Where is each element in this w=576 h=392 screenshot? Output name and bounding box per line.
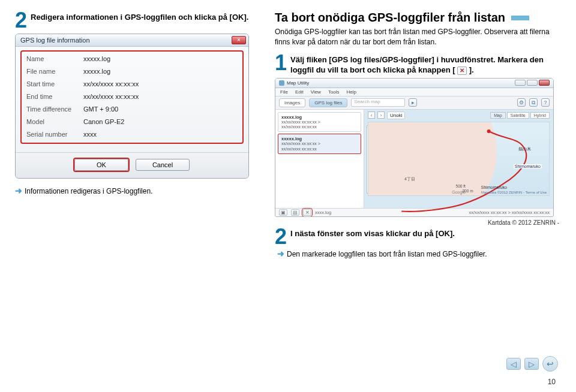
gps-log-file-info-dialog: GPS log file information × Name xxxxx.lo… bbox=[15, 34, 249, 179]
status-btn-2[interactable]: ▤ bbox=[291, 209, 299, 216]
tab-gps-log-files[interactable]: GPS log files bbox=[309, 98, 347, 107]
step-1-number: 1 bbox=[275, 53, 287, 73]
highlighted-fields-group: Name xxxxx.log File name xxxxx.log Start… bbox=[20, 50, 244, 144]
pdf-nav-icons: ◁ ▷ ↩ bbox=[506, 356, 558, 372]
delete-icon: ✕ bbox=[457, 67, 467, 75]
name-value: xxxxx.log bbox=[83, 55, 238, 62]
scale-ft: 500 ft bbox=[456, 184, 466, 188]
section-heading: Ta bort onödiga GPS-loggfiler från lista… bbox=[275, 11, 505, 25]
scale-m: 200 m bbox=[463, 189, 473, 193]
place-label-shimomaruko-2: Shimomaruko bbox=[481, 185, 507, 189]
log-item-1-line1: xx/xx/xxxx xx:xx:xx > bbox=[281, 120, 358, 125]
dialog-titlebar: GPS log file information × bbox=[16, 34, 248, 47]
location-label: Unoki bbox=[387, 111, 405, 119]
filename-label: File name bbox=[26, 68, 83, 75]
place-label-shimomaruko: Shimomaruko bbox=[514, 164, 542, 168]
maptype-satellite[interactable]: Satellite bbox=[507, 112, 529, 119]
step-2-number: 2 bbox=[15, 11, 27, 30]
maximize-icon[interactable] bbox=[527, 80, 538, 86]
start-time-value: xx/xx/xxxx xx:xx:xx bbox=[83, 80, 238, 88]
left-note-text: Informationen redigeras i GPS-loggfilen. bbox=[25, 187, 152, 195]
cancel-button[interactable]: Cancel bbox=[136, 159, 190, 171]
log-file-list: xxxxx.log xx/xx/xxxx xx:xx:xx > xx/xx/xx… bbox=[275, 110, 364, 208]
toolbar-button-1[interactable]: ⚙ bbox=[517, 98, 526, 107]
place-label-47: 4丁目 bbox=[404, 176, 415, 182]
name-label: Name bbox=[26, 55, 83, 62]
nav-right-icon[interactable]: › bbox=[377, 111, 385, 119]
menu-help[interactable]: Help bbox=[347, 89, 356, 95]
start-time-label: Start time bbox=[26, 80, 83, 88]
time-diff-value: GMT + 9:00 bbox=[83, 105, 238, 113]
toolbar-help-button[interactable]: ? bbox=[541, 98, 550, 107]
svg-point-0 bbox=[487, 129, 491, 133]
prev-page-icon[interactable]: ◁ bbox=[506, 358, 521, 370]
tab-images[interactable]: Images bbox=[279, 98, 305, 107]
log-item-1-name: xxxxx.log bbox=[281, 114, 358, 120]
page-number: 10 bbox=[548, 378, 556, 386]
log-item-2-selected[interactable]: xxxxx.log xx/xx/xxxx xx:xx:xx > xx/xx/xx… bbox=[278, 134, 361, 154]
mu-toolbar: Images GPS log files Search map ▸ ⚙ ⧉ ? bbox=[275, 97, 553, 110]
step-2-text: Redigera informationen i GPS-loggfilen o… bbox=[31, 11, 248, 23]
mu-app-icon bbox=[279, 80, 284, 86]
log-item-2-name: xxxxx.log bbox=[281, 136, 358, 141]
search-go-button[interactable]: ▸ bbox=[409, 98, 417, 107]
menu-tools[interactable]: Tools bbox=[328, 89, 340, 95]
model-value: Canon GP-E2 bbox=[83, 118, 238, 125]
toolbar-button-2[interactable]: ⧉ bbox=[529, 98, 538, 107]
log-item-2-line1: xx/xx/xxxx xx:xx:xx > bbox=[281, 141, 358, 146]
map-canvas[interactable]: 鵜の木 Shimomaruko 4丁目 Shimomaruko Google 5… bbox=[368, 122, 550, 196]
gps-route-line bbox=[368, 122, 549, 217]
menu-view[interactable]: View bbox=[311, 89, 321, 95]
step-1-text-a: Välj fliken [GPS log files/GPS-loggfiler… bbox=[290, 55, 544, 75]
right-note2-text: Den markerade loggfilen tas bort från li… bbox=[287, 250, 487, 258]
intro-text: Onödiga GPS-loggfiler kan tas bort från … bbox=[275, 27, 559, 47]
search-input[interactable]: Search map bbox=[351, 98, 405, 107]
menu-file[interactable]: File bbox=[280, 89, 288, 95]
menu-edit[interactable]: Edit bbox=[295, 89, 304, 95]
close-icon[interactable]: × bbox=[232, 36, 246, 44]
return-icon[interactable]: ↩ bbox=[542, 356, 558, 372]
end-time-label: End time bbox=[26, 93, 83, 100]
map-pane[interactable]: ‹ › Unoki Map Satellite Hybrid bbox=[364, 110, 553, 208]
map-credit: Kartdata © 2012 ZENRIN - bbox=[275, 219, 559, 226]
log-item-1[interactable]: xxxxx.log xx/xx/xxxx xx:xx:xx > xx/xx/xx… bbox=[278, 112, 361, 132]
maptype-map[interactable]: Map bbox=[490, 112, 506, 119]
status-btn-1[interactable]: ▣ bbox=[279, 209, 287, 216]
step-1-text-b: ]. bbox=[469, 65, 474, 74]
mu-menubar: File Edit View Tools Help bbox=[275, 88, 553, 97]
time-diff-label: Time difference bbox=[26, 105, 83, 113]
log-item-2-line2: xx/xx/xxxx xx:xx:xx bbox=[281, 147, 358, 152]
place-label-1: 鵜の木 bbox=[518, 146, 531, 152]
nav-left-icon[interactable]: ‹ bbox=[368, 111, 375, 119]
step-2c-text: I nästa fönster som visas klickar du på … bbox=[290, 227, 455, 239]
maptype-hybrid[interactable]: Hybrid bbox=[530, 112, 550, 119]
close-window-icon[interactable] bbox=[539, 80, 550, 86]
status-left-text: xxxx.log bbox=[315, 210, 331, 215]
dialog-title-text: GPS log file information bbox=[20, 37, 90, 44]
model-label: Model bbox=[26, 118, 83, 125]
map-attribution: Map data ©2012 ZENRIN - Terms of Use bbox=[481, 191, 547, 194]
serial-label: Serial number bbox=[26, 131, 83, 138]
delete-log-button[interactable]: ✕ bbox=[303, 209, 311, 216]
arrow-icon-2: ➜ bbox=[277, 249, 284, 258]
heading-bar-icon bbox=[511, 16, 529, 20]
filename-value: xxxxx.log bbox=[83, 68, 238, 75]
map-utility-window: Map Utility File Edit View Tools Help Im… bbox=[275, 78, 554, 217]
arrow-icon: ➜ bbox=[15, 186, 22, 195]
mu-titlebar: Map Utility bbox=[275, 79, 553, 88]
minimize-icon[interactable] bbox=[515, 80, 526, 86]
mu-title-text: Map Utility bbox=[287, 80, 309, 86]
log-item-1-line2: xx/xx/xxxx xx:xx:xx bbox=[281, 125, 358, 129]
serial-value: xxxx bbox=[83, 131, 238, 138]
step-2c-number: 2 bbox=[275, 227, 287, 246]
next-page-icon[interactable]: ▷ bbox=[524, 358, 539, 370]
end-time-value: xx/xx/xxxx xx:xx:xx bbox=[83, 93, 238, 100]
ok-button[interactable]: OK bbox=[74, 159, 128, 171]
step-1-text: Välj fliken [GPS log files/GPS-loggfiler… bbox=[290, 53, 559, 76]
